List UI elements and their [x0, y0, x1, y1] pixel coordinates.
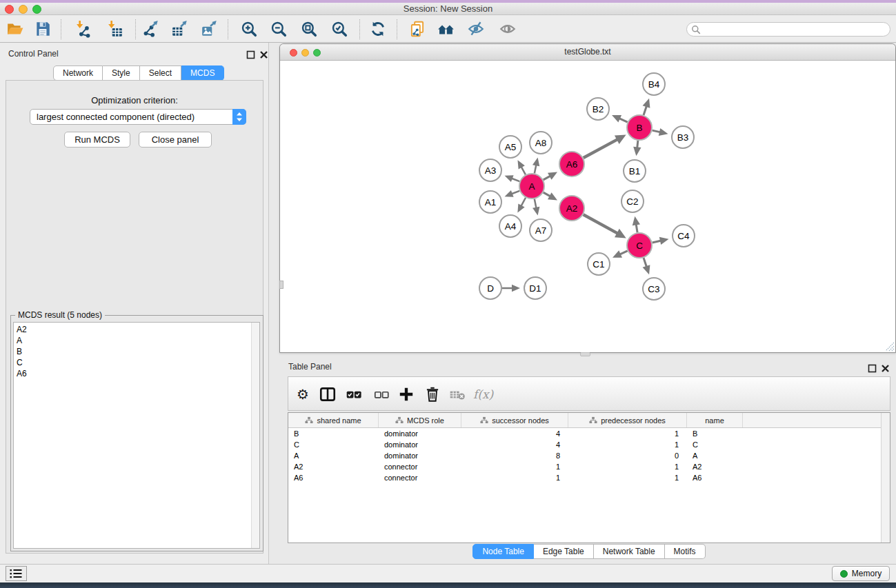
column-header-shared-name[interactable]: shared name — [288, 413, 379, 427]
mcds-result-item[interactable]: A6 — [14, 368, 250, 379]
table-close-panel-icon[interactable] — [881, 363, 890, 372]
graph-edge-A-A3[interactable] — [511, 179, 519, 182]
zoom-fit-icon[interactable] — [300, 20, 318, 38]
mcds-result-title: MCDS result (5 nodes) — [15, 310, 105, 320]
close-panel-icon[interactable] — [259, 50, 268, 59]
column-header-predecessor-nodes[interactable]: predecessor nodes — [568, 413, 687, 427]
tab-edge-table[interactable]: Edge Table — [534, 544, 594, 559]
delete-table-icon[interactable] — [448, 385, 466, 403]
column-header-name[interactable]: name — [687, 413, 743, 427]
table-row[interactable]: Cdominator41C — [288, 439, 881, 450]
table-cell: 1 — [568, 472, 687, 483]
split-columns-icon[interactable] — [319, 385, 337, 403]
float-panel-icon[interactable] — [246, 50, 255, 59]
graph-edge-A2-C[interactable] — [584, 214, 619, 234]
new-network-from-selection-icon[interactable] — [408, 20, 426, 38]
zoom-out-icon[interactable] — [270, 20, 288, 38]
tab-mcds[interactable]: MCDS — [181, 65, 224, 81]
mcds-result-item[interactable]: B — [14, 346, 250, 357]
graph-arrowhead — [532, 207, 539, 216]
search-input[interactable] — [704, 23, 886, 35]
graph-node-label: B1 — [629, 166, 641, 176]
status-bar: Memory — [0, 564, 896, 582]
graph-edge-C-C3[interactable] — [644, 258, 647, 267]
tab-network-table[interactable]: Network Table — [594, 544, 665, 559]
column-header-MCDS-role[interactable]: MCDS role — [379, 413, 461, 427]
settings-gear-icon[interactable]: ⚙ — [294, 385, 312, 403]
mcds-result-item[interactable]: C — [14, 357, 250, 368]
graph-edge-C-C2[interactable] — [636, 223, 637, 232]
export-network-icon[interactable] — [142, 20, 160, 38]
table-cell: C — [288, 439, 379, 450]
export-image-icon[interactable] — [201, 20, 219, 38]
tab-network[interactable]: Network — [53, 65, 103, 81]
graph-node-label: C2 — [626, 196, 638, 207]
graph-edge-A-A8[interactable] — [535, 165, 537, 174]
graph-edge-C-C1[interactable] — [619, 251, 628, 254]
column-header-successor-nodes[interactable]: successor nodes — [461, 413, 568, 427]
import-table-icon[interactable] — [106, 20, 123, 38]
graph-edge-C-C4[interactable] — [653, 241, 661, 243]
toolbar-separator — [359, 19, 360, 39]
refresh-layout-icon[interactable] — [369, 20, 387, 38]
hide-selected-icon[interactable] — [467, 20, 485, 38]
optimization-criterion-select[interactable]: largest connected component (directed) — [30, 109, 246, 125]
save-session-icon[interactable] — [34, 20, 52, 38]
zoom-in-icon[interactable] — [240, 20, 258, 38]
close-panel-button[interactable]: Close panel — [139, 132, 212, 148]
apply-function-icon[interactable]: f(x) — [473, 385, 491, 403]
search-field[interactable] — [686, 22, 890, 37]
graph-edge-A6-B[interactable] — [584, 139, 619, 158]
graph-edge-A-A5[interactable] — [521, 166, 526, 174]
zoom-selected-icon[interactable] — [330, 20, 348, 38]
mcds-result-item[interactable]: A — [14, 335, 250, 346]
graph-node-label: C — [636, 241, 643, 251]
select-all-rows-icon[interactable] — [345, 385, 363, 403]
memory-button[interactable]: Memory — [832, 566, 890, 581]
add-column-icon[interactable] — [397, 385, 415, 403]
open-session-icon[interactable] — [6, 20, 24, 38]
show-all-neighbors-icon[interactable] — [437, 20, 455, 38]
table-row[interactable]: A6connector11A6 — [288, 472, 881, 483]
control-panel-title: Control Panel — [8, 49, 59, 59]
import-network-icon[interactable] — [74, 20, 92, 38]
table-row[interactable]: A2connector11A2 — [288, 461, 881, 472]
toolbar-separator — [135, 19, 136, 39]
node-table-scrollbar[interactable] — [881, 413, 890, 543]
tab-motifs[interactable]: Motifs — [665, 544, 706, 559]
table-cell: A2 — [288, 461, 379, 472]
table-float-panel-icon[interactable] — [868, 363, 877, 372]
tab-select[interactable]: Select — [140, 65, 181, 81]
node-table: shared nameMCDS rolesuccessor nodesprede… — [288, 412, 890, 543]
mcds-result-scrollbar[interactable] — [251, 323, 259, 548]
task-history-button[interactable] — [6, 566, 27, 581]
table-row[interactable]: Bdominator41B — [288, 428, 881, 439]
mcds-result-group: MCDS result (5 nodes) A2ABCA6 — [10, 315, 263, 551]
tab-style[interactable]: Style — [103, 65, 140, 81]
table-toolbar: ⚙ f(x) — [288, 376, 890, 411]
export-table-icon[interactable] — [171, 20, 189, 38]
delete-column-icon[interactable] — [424, 385, 441, 403]
window-resize-grip[interactable] — [884, 341, 895, 352]
table-panel-title: Table Panel — [288, 362, 332, 372]
graph-edge-B-B2[interactable] — [619, 118, 628, 122]
table-row[interactable]: Adominator80A — [288, 450, 881, 461]
network-window-titlebar[interactable]: testGlobe.txt — [280, 44, 895, 61]
deselect-all-rows-icon[interactable] — [372, 385, 390, 403]
network-canvas[interactable]: AA6A2BCA5A8A3A1A4A7B4B2B3B1C2C4C1C3DD1 — [280, 61, 895, 352]
graph-edge-A-A1[interactable] — [511, 191, 519, 194]
run-mcds-button[interactable]: Run MCDS — [64, 132, 130, 148]
memory-status-icon — [840, 570, 848, 578]
mcds-result-item[interactable]: A2 — [14, 324, 250, 335]
tab-node-table[interactable]: Node Table — [472, 544, 534, 559]
splitter-handle[interactable] — [580, 352, 590, 356]
table-cell: 1 — [461, 461, 568, 472]
graph-edge-B-B4[interactable] — [644, 105, 647, 115]
graph-edge-A-A4[interactable] — [521, 198, 526, 207]
show-hidden-icon[interactable] — [499, 20, 517, 38]
graph-edge-A-A7[interactable] — [535, 199, 537, 209]
control-panel: Control Panel NetworkStyleSelectMCDS Opt… — [0, 43, 269, 564]
control-panel-tabs: NetworkStyleSelectMCDS — [53, 65, 224, 81]
graph-node-label: A2 — [566, 203, 578, 214]
canvas-edge-handle[interactable] — [279, 281, 283, 289]
